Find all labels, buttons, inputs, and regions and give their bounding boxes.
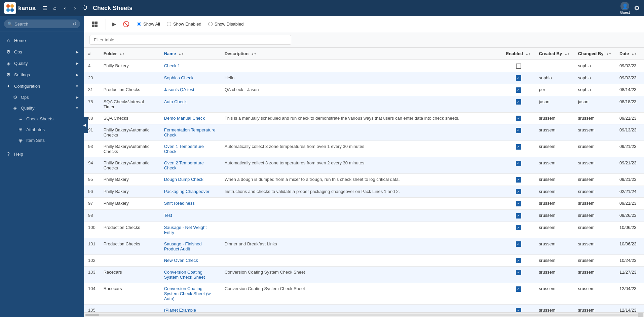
forward-button[interactable]: › (70, 3, 80, 13)
col-created-by[interactable]: Created By ▲▼ (535, 48, 574, 60)
sidebar-item-quality[interactable]: ◈ Quality ▶ (0, 57, 84, 69)
table-row[interactable]: 102 New Oven Check ✓ srussem srussem 10/… (84, 254, 644, 267)
cell-name[interactable]: Conversion Coating System Check Sheet (160, 267, 221, 283)
show-all-radio[interactable] (137, 22, 141, 26)
cell-created-by: srussem (535, 186, 574, 198)
enabled-checkbox[interactable]: ✓ (516, 177, 521, 183)
filter-input[interactable] (89, 35, 291, 45)
enabled-checkbox[interactable]: ✓ (516, 144, 521, 150)
enabled-checkbox[interactable]: ✓ (516, 99, 521, 105)
enabled-checkbox[interactable]: ✓ (516, 128, 521, 133)
cell-name[interactable]: Check 1 (160, 60, 221, 72)
cell-name[interactable]: Demo Manual Check (160, 112, 221, 124)
cell-name[interactable]: Packaging Changeover (160, 186, 221, 198)
cell-name[interactable]: Shift Readiness (160, 198, 221, 210)
sidebar-item-home[interactable]: ⌂ Home (0, 35, 84, 46)
col-num[interactable]: # (84, 48, 100, 60)
table-row[interactable]: 91 Philly Bakery\Automatic Checks Fermen… (84, 124, 644, 141)
enabled-checkbox[interactable]: ✓ (516, 161, 521, 166)
show-disabled-option[interactable]: Show Disabled (208, 22, 244, 27)
back-button[interactable]: ‹ (60, 3, 70, 13)
show-all-option[interactable]: Show All (137, 22, 160, 27)
table-row[interactable]: 93 Philly Bakery\Automatic Checks Oven 1… (84, 141, 644, 157)
table-row[interactable]: 98 Test ✓ srussem srussem 09/26/23 (84, 209, 644, 222)
sidebar-item-config-quality[interactable]: ◈ Quality ▼ (0, 103, 84, 113)
table-row[interactable]: 94 Philly Bakery\Automatic Checks Oven 2… (84, 157, 644, 174)
enabled-checkbox[interactable]: ✓ (516, 201, 521, 206)
search-input[interactable] (14, 22, 71, 27)
table-row[interactable]: 104 Racecars Conversion Coating System C… (84, 283, 644, 305)
sidebar-item-ops[interactable]: ⚙ Ops ▶ (0, 46, 84, 57)
show-enabled-option[interactable]: Show Enabled (167, 22, 201, 27)
enabled-checkbox[interactable]: ✓ (516, 225, 521, 230)
table-row[interactable]: 100 Production Checks Sausage - Net Weig… (84, 222, 644, 238)
cell-name[interactable]: Sausage - Net Weight Entry (160, 222, 221, 238)
cell-name[interactable]: Conversion Coating System Check Sheet (w… (160, 283, 221, 305)
cell-name[interactable]: Sophias Check (160, 72, 221, 84)
cell-name[interactable]: rPlanet Example (160, 305, 221, 312)
cell-name[interactable]: Sausage - Finished Product Audit (160, 238, 221, 254)
col-enabled[interactable]: Enabled ▲▼ (502, 48, 535, 60)
cell-name[interactable]: Oven 2 Temperature Check (160, 157, 221, 174)
enabled-checkbox[interactable]: ✓ (516, 75, 521, 81)
user-menu[interactable]: 👤 Guest (620, 2, 630, 14)
cell-name[interactable]: Oven 1 Temperature Check (160, 141, 221, 157)
col-name[interactable]: Name ▲▼ (160, 48, 221, 60)
sidebar-item-attributes[interactable]: ⊞ Attributes (0, 124, 84, 135)
cell-name[interactable]: Dough Dump Check (160, 174, 221, 186)
table-row[interactable]: 31 Production Checks Jason's QA test QA … (84, 84, 644, 96)
configuration-icon: ✦ (5, 83, 11, 89)
enabled-checkbox[interactable]: ✓ (516, 116, 521, 121)
hamburger-button[interactable]: ☰ (40, 3, 50, 13)
cell-name[interactable]: Fermentation Temperature Check (160, 124, 221, 141)
sidebar-item-check-sheets[interactable]: ≡ Check Sheets (0, 113, 84, 124)
sidebar-collapse-button[interactable]: ◀ (81, 117, 88, 133)
enabled-checkbox[interactable]: ✓ (516, 241, 521, 247)
enabled-checkbox[interactable] (516, 64, 521, 69)
toolbar-play-button[interactable]: ▶ (109, 19, 119, 30)
col-date[interactable]: Date ▲▼ (615, 48, 644, 60)
cell-name[interactable]: New Oven Check (160, 254, 221, 267)
cell-name[interactable]: Test (160, 209, 221, 222)
table-row[interactable]: 4 Philly Bakery Check 1 sophia 09/02/23 (84, 60, 644, 72)
sidebar-item-config-ops[interactable]: ⚙ Ops ▶ (0, 92, 84, 103)
enabled-checkbox[interactable]: ✓ (516, 286, 521, 292)
table-container[interactable]: # Folder ▲▼ Name ▲▼ Description ▲▼ (84, 48, 644, 312)
settings-gear-button[interactable]: ⚙ (634, 4, 640, 12)
table-row[interactable]: 105 rPlanet Example ✓ srussem srussem 12… (84, 305, 644, 312)
table-row[interactable]: 75 SQA Checks\Interval Timer Auto Check … (84, 96, 644, 112)
enabled-checkbox[interactable]: ✓ (516, 87, 521, 93)
table-row[interactable]: 97 Philly Bakery Shift Readiness ✓ sruss… (84, 198, 644, 210)
table-row[interactable]: 95 Philly Bakery Dough Dump Check When a… (84, 174, 644, 186)
table-row[interactable]: 101 Production Checks Sausage - Finished… (84, 238, 644, 254)
cell-changed-by: sophia (574, 84, 615, 96)
cell-name[interactable]: Jason's QA test (160, 84, 221, 96)
horizontal-scrollbar[interactable] (85, 314, 638, 316)
enabled-checkbox[interactable]: ✓ (516, 189, 521, 194)
resize-handle[interactable] (638, 313, 643, 317)
enabled-checkbox[interactable]: ✓ (516, 270, 521, 275)
show-disabled-radio[interactable] (208, 22, 213, 26)
enabled-checkbox[interactable]: ✓ (516, 308, 521, 312)
table-row[interactable]: 103 Racecars Conversion Coating System C… (84, 267, 644, 283)
sidebar-item-configuration[interactable]: ✦ Configuration ▼ (0, 80, 84, 92)
toolbar-block-button[interactable]: 🚫 (121, 19, 131, 30)
cell-name[interactable]: Auto Check (160, 96, 221, 112)
sidebar-item-help[interactable]: ? Help (0, 148, 84, 160)
col-description[interactable]: Description ▲▼ (221, 48, 502, 60)
scrollbar-thumb[interactable] (85, 314, 99, 316)
table-row[interactable]: 88 SQA Checks Demo Manual Check This is … (84, 112, 644, 124)
history-button[interactable]: ⏱ (80, 3, 90, 13)
sidebar-item-settings[interactable]: ⚙ Settings ▶ (0, 69, 84, 80)
enabled-checkbox[interactable]: ✓ (516, 258, 521, 263)
refresh-icon[interactable]: ↺ (73, 21, 77, 27)
col-folder[interactable]: Folder ▲▼ (100, 48, 160, 60)
toolbar-grid-button[interactable] (89, 19, 100, 30)
show-enabled-radio[interactable] (167, 22, 171, 26)
sidebar-item-item-sets[interactable]: ◉ Item Sets (0, 135, 84, 146)
table-row[interactable]: 20 Sophias Check Hello ✓ sophia sophia 0… (84, 72, 644, 84)
enabled-checkbox[interactable]: ✓ (516, 213, 521, 219)
home-button[interactable]: ⌂ (50, 3, 60, 13)
col-changed-by[interactable]: Changed By ▲▼ (574, 48, 615, 60)
table-row[interactable]: 96 Philly Bakery Packaging Changeover In… (84, 186, 644, 198)
